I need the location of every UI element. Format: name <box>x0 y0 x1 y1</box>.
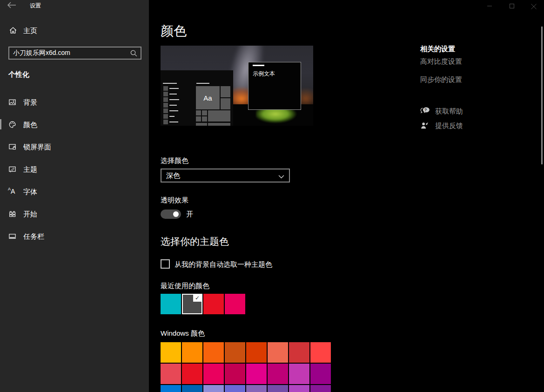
sidebar-item-background[interactable]: 背景 <box>0 92 149 112</box>
color-swatch[interactable] <box>246 342 267 363</box>
sidebar-item-start[interactable]: 开始 <box>0 203 149 224</box>
color-swatch[interactable] <box>182 385 202 392</box>
color-swatch[interactable] <box>161 385 181 392</box>
settings-window: 设置 主页 个性化 背景 颜色 <box>0 0 544 392</box>
color-swatch[interactable] <box>289 342 309 363</box>
back-button[interactable] <box>7 1 18 11</box>
related-settings-heading: 相关的设置 <box>420 45 455 54</box>
fonts-icon: AA <box>8 187 18 196</box>
transparency-label: 透明效果 <box>161 196 188 205</box>
back-arrow-icon <box>7 1 17 9</box>
tent-decor <box>256 108 302 126</box>
color-swatch[interactable] <box>310 385 331 392</box>
sidebar: 设置 主页 个性化 背景 颜色 <box>0 0 149 392</box>
get-help-link[interactable]: ? 获取帮助 <box>420 107 430 117</box>
color-swatch[interactable] <box>182 364 202 384</box>
sidebar-item-themes[interactable]: 主题 <box>0 159 149 179</box>
sidebar-item-label: 任务栏 <box>23 232 44 241</box>
color-swatch[interactable] <box>161 364 181 384</box>
color-swatch[interactable] <box>225 342 245 363</box>
sidebar-item-label: 背景 <box>23 98 37 107</box>
minimize-button[interactable] <box>479 0 500 13</box>
windows-colors-grid <box>161 342 331 392</box>
sample-window-dash <box>253 65 264 66</box>
sidebar-item-label: 开始 <box>23 210 37 219</box>
color-swatch[interactable] <box>268 385 288 392</box>
recent-colors-label: 最近使用的颜色 <box>161 282 209 291</box>
taskbar-icon <box>8 232 16 242</box>
selected-check-icon: ✓ <box>193 295 201 302</box>
maximize-icon <box>509 3 515 9</box>
auto-pick-checkbox[interactable] <box>161 259 170 269</box>
get-help-label: 获取帮助 <box>435 107 463 116</box>
minimize-icon <box>487 3 492 9</box>
selection-indicator <box>0 119 1 129</box>
scrollbar-thumb[interactable] <box>541 27 543 164</box>
close-button[interactable] <box>523 0 544 13</box>
sidebar-item-label: 锁屏界面 <box>23 143 51 152</box>
color-swatch[interactable]: ✓ <box>182 294 202 314</box>
color-swatch[interactable] <box>203 342 224 363</box>
feedback-label: 提供反馈 <box>435 122 463 130</box>
sidebar-item-label: 字体 <box>23 188 37 196</box>
color-swatch[interactable] <box>203 364 224 384</box>
color-swatch[interactable] <box>182 342 202 363</box>
sidebar-item-lockscreen[interactable]: 锁屏界面 <box>0 136 149 157</box>
lock-screen-icon <box>8 143 16 153</box>
color-swatch[interactable] <box>310 342 331 363</box>
color-swatch[interactable] <box>225 385 245 392</box>
palette-icon <box>8 121 16 130</box>
sync-settings-link[interactable]: 同步你的设置 <box>420 75 462 84</box>
transparency-state: 开 <box>186 210 193 219</box>
sidebar-item-taskbar[interactable]: 任务栏 <box>0 226 149 246</box>
recent-colors-grid: ✓ <box>161 294 347 314</box>
personalization-section-label: 个性化 <box>8 70 29 79</box>
maximize-button[interactable] <box>501 0 523 13</box>
preview-tile-aa: Aa <box>196 86 220 109</box>
background-image-icon <box>8 98 16 108</box>
sidebar-item-colors[interactable]: 颜色 <box>0 114 149 135</box>
color-mode-preview-image: Aa 示例文本 <box>161 46 313 126</box>
color-mode-dropdown[interactable]: 深色 <box>161 169 290 182</box>
start-menu-mock: Aa <box>161 70 233 126</box>
color-swatch[interactable] <box>203 385 224 392</box>
start-layout-icon <box>8 210 16 220</box>
choose-color-label: 选择颜色 <box>161 156 188 165</box>
color-swatch[interactable] <box>310 364 331 384</box>
color-swatch[interactable] <box>246 385 267 392</box>
color-swatch[interactable] <box>225 364 245 384</box>
feedback-person-icon <box>420 121 429 130</box>
sidebar-item-label: 颜色 <box>23 121 37 129</box>
page-title: 颜色 <box>161 22 187 40</box>
windows-colors-label: Windows 颜色 <box>161 329 205 338</box>
help-bubble-icon: ? <box>420 107 430 115</box>
auto-pick-label: 从我的背景自动选取一种主题色 <box>175 260 272 269</box>
close-icon <box>531 3 537 10</box>
high-contrast-link[interactable]: 高对比度设置 <box>420 57 462 66</box>
search-icon[interactable] <box>130 49 138 59</box>
color-swatch[interactable] <box>268 342 288 363</box>
accent-color-heading: 选择你的主题色 <box>161 235 229 248</box>
home-icon <box>9 26 17 36</box>
color-swatch[interactable] <box>268 364 288 384</box>
search-input[interactable] <box>13 47 125 59</box>
search-box <box>8 47 141 60</box>
window-title: 设置 <box>30 2 41 10</box>
sidebar-home-label: 主页 <box>23 27 37 35</box>
sidebar-item-home[interactable]: 主页 <box>0 24 149 38</box>
sample-text: 示例文本 <box>253 70 275 78</box>
color-swatch[interactable] <box>225 294 245 314</box>
feedback-link[interactable]: 提供反馈 <box>420 121 429 132</box>
sidebar-item-fonts[interactable]: AA 字体 <box>0 181 149 202</box>
color-swatch[interactable] <box>246 364 267 384</box>
sidebar-item-label: 主题 <box>23 165 37 174</box>
color-swatch[interactable] <box>203 294 224 314</box>
svg-text:?: ? <box>424 108 427 112</box>
color-swatch[interactable] <box>161 294 181 314</box>
transparency-toggle[interactable] <box>161 210 181 219</box>
color-swatch[interactable] <box>289 385 309 392</box>
color-swatch[interactable] <box>161 342 181 363</box>
color-mode-value: 深色 <box>166 171 180 180</box>
color-swatch[interactable] <box>289 364 309 384</box>
chevron-down-icon <box>278 174 284 180</box>
